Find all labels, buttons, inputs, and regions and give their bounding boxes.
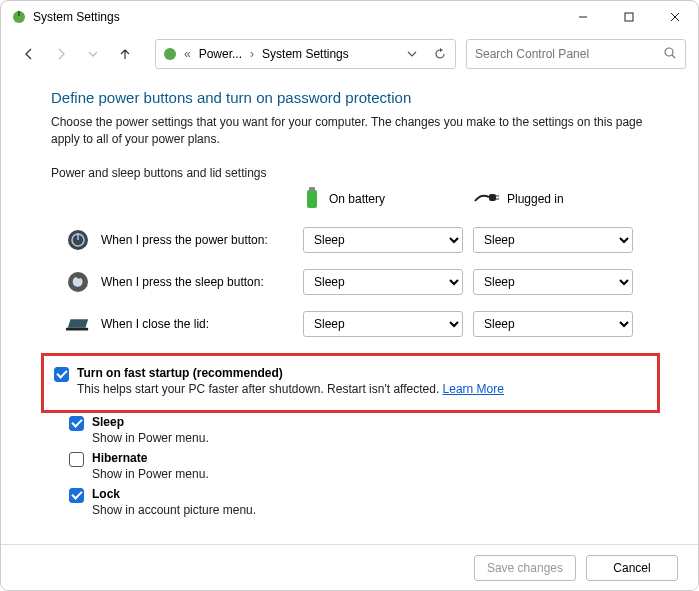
breadcrumb-system-settings[interactable]: System Settings	[260, 47, 351, 61]
hibernate-checkbox-help: Show in Power menu.	[92, 467, 209, 481]
svg-rect-3	[625, 13, 633, 21]
breadcrumb-power-options[interactable]: Power...	[197, 47, 244, 61]
svg-rect-1	[18, 11, 20, 16]
search-icon	[663, 46, 677, 63]
svg-point-7	[665, 48, 673, 56]
address-history-dropdown[interactable]	[401, 43, 423, 65]
power-button-label: When I press the power button:	[101, 233, 268, 247]
window-title: System Settings	[33, 10, 120, 24]
refresh-button[interactable]	[429, 43, 451, 65]
row-power-button: When I press the power button: Sleep Sle…	[65, 227, 660, 253]
search-box[interactable]	[466, 39, 686, 69]
close-lid-label: When I close the lid:	[101, 317, 209, 331]
close-button[interactable]	[652, 1, 698, 33]
fast-startup-help: This helps start your PC faster after sh…	[77, 382, 504, 396]
hibernate-checkbox-label: Hibernate	[92, 451, 209, 465]
fast-startup-checkbox[interactable]	[54, 367, 69, 382]
lock-checkbox-help: Show in account picture menu.	[92, 503, 256, 517]
row-sleep-button: When I press the sleep button: Sleep Sle…	[65, 269, 660, 295]
page-subheading: Choose the power settings that you want …	[51, 114, 660, 148]
chevron-right-icon: ›	[248, 47, 256, 61]
minimize-button[interactable]	[560, 1, 606, 33]
fast-startup-highlight: Turn on fast startup (recommended) This …	[41, 353, 660, 413]
app-icon	[11, 9, 27, 25]
learn-more-link[interactable]: Learn More	[443, 382, 504, 396]
power-options-icon	[162, 46, 178, 62]
section-power-sleep-lid-label: Power and sleep buttons and lid settings	[51, 166, 660, 180]
recent-locations-button[interactable]	[79, 40, 107, 68]
save-changes-button[interactable]: Save changes	[474, 555, 576, 581]
back-button[interactable]	[15, 40, 43, 68]
maximize-button[interactable]	[606, 1, 652, 33]
chevron-left-icon: «	[182, 47, 193, 61]
content-area: Define power buttons and turn on passwor…	[1, 79, 698, 517]
close-lid-battery-select[interactable]: Sleep	[303, 311, 463, 337]
row-close-lid: When I close the lid: Sleep Sleep	[65, 311, 660, 337]
power-button-plugged-select[interactable]: Sleep	[473, 227, 633, 253]
sleep-button-icon	[65, 269, 91, 295]
sleep-button-plugged-select[interactable]: Sleep	[473, 269, 633, 295]
svg-rect-9	[307, 190, 317, 208]
plugged-in-label: Plugged in	[507, 192, 564, 206]
hibernate-checkbox[interactable]	[69, 452, 84, 467]
on-battery-label: On battery	[329, 192, 385, 206]
svg-rect-18	[66, 327, 88, 330]
svg-line-8	[672, 55, 675, 58]
navigation-bar: « Power... › System Settings	[1, 33, 698, 79]
sleep-checkbox-help: Show in Power menu.	[92, 431, 209, 445]
lock-checkbox[interactable]	[69, 488, 84, 503]
power-button-icon	[65, 227, 91, 253]
search-input[interactable]	[475, 47, 663, 61]
lock-checkbox-label: Lock	[92, 487, 256, 501]
page-heading: Define power buttons and turn on passwor…	[51, 89, 660, 106]
sleep-checkbox[interactable]	[69, 416, 84, 431]
power-button-battery-select[interactable]: Sleep	[303, 227, 463, 253]
laptop-lid-icon	[65, 311, 91, 337]
power-settings-grid: On battery Plugged in When I press the p…	[65, 186, 660, 337]
svg-rect-10	[309, 187, 315, 191]
battery-icon	[303, 186, 321, 213]
plug-icon	[473, 191, 499, 208]
sleep-button-battery-select[interactable]: Sleep	[303, 269, 463, 295]
footer-bar: Save changes Cancel	[1, 544, 698, 590]
svg-point-6	[164, 48, 176, 60]
sleep-button-label: When I press the sleep button:	[101, 275, 264, 289]
address-bar[interactable]: « Power... › System Settings	[155, 39, 456, 69]
sleep-checkbox-label: Sleep	[92, 415, 209, 429]
forward-button[interactable]	[47, 40, 75, 68]
close-lid-plugged-select[interactable]: Sleep	[473, 311, 633, 337]
fast-startup-label: Turn on fast startup (recommended)	[77, 366, 504, 380]
up-button[interactable]	[111, 40, 139, 68]
svg-rect-11	[489, 194, 496, 201]
title-bar: System Settings	[1, 1, 698, 33]
cancel-button[interactable]: Cancel	[586, 555, 678, 581]
